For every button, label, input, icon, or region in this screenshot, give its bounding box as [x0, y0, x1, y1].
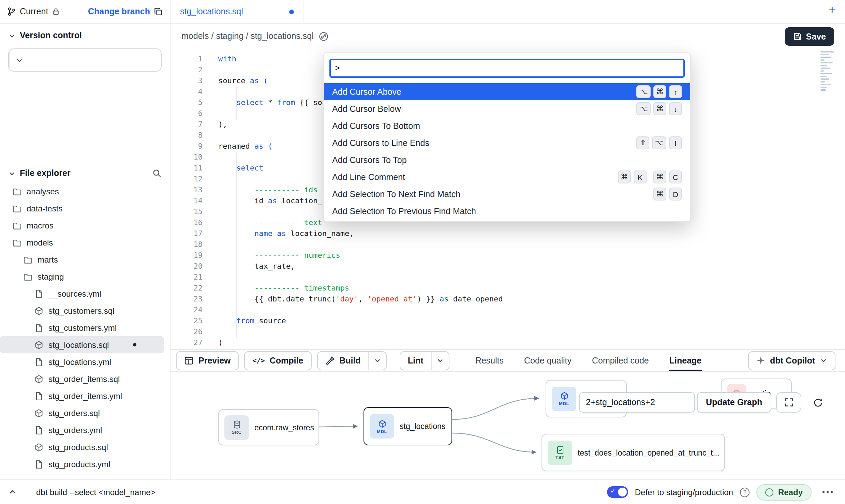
- search-icon[interactable]: [152, 168, 162, 178]
- hammer-icon: [325, 356, 335, 365]
- lineage-search-input[interactable]: [579, 392, 695, 413]
- build-button[interactable]: Build: [317, 352, 368, 369]
- link-icon[interactable]: [318, 31, 329, 41]
- chevron-up-icon[interactable]: [8, 488, 17, 496]
- file-item-stg_orders.yml[interactable]: stg_orders.yml: [0, 421, 164, 439]
- line-number: 22: [171, 283, 203, 294]
- line-number: 8: [171, 130, 203, 141]
- palette-item-add-cursors-to-line-ends[interactable]: Add Cursors to Line Ends⇧⌥I: [324, 134, 690, 151]
- dbt-copilot-button[interactable]: dbt Copilot: [748, 351, 835, 370]
- palette-item-add-line-comment[interactable]: Add Line Comment⌘K⌘C: [324, 168, 690, 186]
- line-number: 12: [171, 174, 203, 185]
- palette-item-add-selection-to-previous-find-match[interactable]: Add Selection To Previous Find Match: [324, 203, 690, 220]
- file-item-stg_products.yml[interactable]: stg_products.yml: [0, 456, 164, 473]
- folder-item-analyses[interactable]: analyses: [0, 183, 164, 200]
- file-item-stg_locations.yml[interactable]: stg_locations.yml: [0, 353, 164, 370]
- file-item-stg_order_items.sql[interactable]: stg_order_items.sql: [0, 370, 164, 387]
- file-item-label: stg_order_items.sql: [48, 374, 120, 384]
- file-item-stg_products.sql[interactable]: stg_products.sql: [0, 439, 164, 456]
- panel-tab-compiled-code[interactable]: Compiled code: [592, 350, 649, 371]
- folder-item-data-tests[interactable]: data-tests: [0, 200, 164, 217]
- file-item-label: marts: [38, 255, 58, 264]
- create-branch-button: Create branch: [8, 48, 162, 72]
- app-window: Current Change branch Version control Cr…: [0, 0, 845, 504]
- panel-tab-code-quality[interactable]: Code quality: [524, 350, 572, 371]
- line-number: 14: [171, 196, 203, 207]
- change-branch-link[interactable]: Change branch: [88, 7, 150, 16]
- key-chip: ⌘: [653, 102, 666, 115]
- file-item-stg_customers.sql[interactable]: stg_customers.sql: [0, 302, 164, 319]
- create-branch-dropdown[interactable]: [9, 49, 29, 71]
- minimap[interactable]: [820, 51, 840, 91]
- panel-tab-lineage[interactable]: Lineage: [669, 350, 702, 371]
- new-tab-button[interactable]: +: [829, 4, 835, 16]
- command-palette-input[interactable]: [331, 60, 683, 76]
- file-item-stg_order_items.yml[interactable]: stg_order_items.yml: [0, 387, 164, 404]
- lineage-node-test[interactable]: TST test_does_location_opened_at_trunc_t…: [542, 434, 725, 471]
- file-item-stg_orders.sql[interactable]: stg_orders.sql: [0, 404, 164, 421]
- preview-button[interactable]: Preview: [176, 351, 239, 370]
- lineage-canvas[interactable]: SRC ecom.raw_stores MDL stg_locations MD…: [171, 372, 845, 479]
- code-line: [218, 305, 845, 316]
- line-number: 5: [171, 98, 203, 108]
- line-number: 4: [171, 87, 203, 98]
- folder-icon: [12, 187, 22, 196]
- code-line: ---------- timestamps: [218, 283, 845, 294]
- file-item-label: staging: [38, 272, 64, 281]
- defer-toggle[interactable]: ✓: [607, 486, 628, 498]
- save-icon: [793, 32, 802, 41]
- line-number: 7: [171, 119, 203, 130]
- lint-button[interactable]: Lint: [400, 352, 431, 369]
- file-explorer-header[interactable]: File explorer: [0, 162, 170, 181]
- file-item-__sources.yml[interactable]: __sources.yml: [0, 285, 164, 302]
- line-number: 2: [171, 65, 203, 76]
- palette-item-add-selection-to-next-find-match[interactable]: Add Selection To Next Find Match⌘D: [324, 186, 690, 203]
- folder-icon: [12, 238, 22, 247]
- update-graph-button[interactable]: Update Graph: [697, 392, 771, 413]
- lint-dropdown[interactable]: [431, 352, 449, 369]
- file-item-stg_customers.yml[interactable]: stg_customers.yml: [0, 319, 164, 336]
- file-item-label: stg_orders.yml: [48, 425, 102, 435]
- line-number: 13: [171, 185, 203, 196]
- status-ring-icon: [765, 488, 773, 496]
- lineage-node-ecom-raw-stores[interactable]: SRC ecom.raw_stores: [218, 409, 319, 445]
- build-split-button: Build: [317, 351, 387, 370]
- copy-icon[interactable]: [153, 7, 163, 16]
- compile-button[interactable]: </> Compile: [244, 351, 312, 370]
- line-number: 10: [171, 152, 203, 163]
- build-dropdown[interactable]: [368, 352, 386, 369]
- key-chip: D: [669, 188, 682, 201]
- palette-item-add-cursor-below[interactable]: Add Cursor Below⌥⌘↓: [324, 100, 690, 117]
- folder-item-macros[interactable]: macros: [0, 217, 164, 234]
- file-item-label: stg_customers.yml: [48, 323, 117, 332]
- palette-item-add-cursors-to-top[interactable]: Add Cursors To Top: [324, 151, 690, 168]
- folder-item-models[interactable]: models: [0, 234, 164, 251]
- help-icon[interactable]: ?: [740, 487, 750, 497]
- ready-status-badge[interactable]: Ready: [756, 484, 812, 500]
- code-line: {{ dbt.date_trunc('day', 'opened_at') }}…: [218, 294, 845, 305]
- save-button[interactable]: Save: [785, 27, 834, 46]
- file-item-stg_locations.sql[interactable]: stg_locations.sql: [0, 336, 164, 353]
- tab-stg-locations-sql[interactable]: stg_locations.sql: [171, 0, 304, 23]
- line-number-gutter: 1234567891011121314151617181920212223242…: [171, 54, 203, 349]
- panel-tab-results[interactable]: Results: [475, 350, 504, 371]
- more-options-button[interactable]: [818, 487, 837, 497]
- line-number: 26: [171, 327, 203, 338]
- lineage-node-stg-locations[interactable]: MDL stg_locations: [364, 407, 452, 445]
- refresh-button[interactable]: [805, 392, 830, 413]
- folder-item-marts[interactable]: marts: [0, 251, 164, 268]
- fullscreen-button[interactable]: [776, 392, 801, 413]
- palette-item-add-cursor-above[interactable]: Add Cursor Above⌥⌘↑: [324, 83, 690, 100]
- chevron-down-icon: [8, 32, 16, 39]
- line-number: 19: [171, 250, 203, 261]
- version-control-header[interactable]: Version control: [0, 24, 170, 44]
- palette-item-add-cursors-to-bottom[interactable]: Add Cursors To Bottom: [324, 117, 690, 134]
- key-chip: ↓: [669, 102, 682, 115]
- code-line: [218, 327, 845, 338]
- file-item-label: stg_customers.sql: [48, 306, 114, 315]
- folder-item-staging[interactable]: staging: [0, 268, 164, 285]
- defer-label: Defer to staging/production: [635, 487, 733, 497]
- key-chip: C: [669, 171, 682, 183]
- modified-dot: [133, 343, 136, 346]
- key-chip: ⇧: [637, 136, 650, 149]
